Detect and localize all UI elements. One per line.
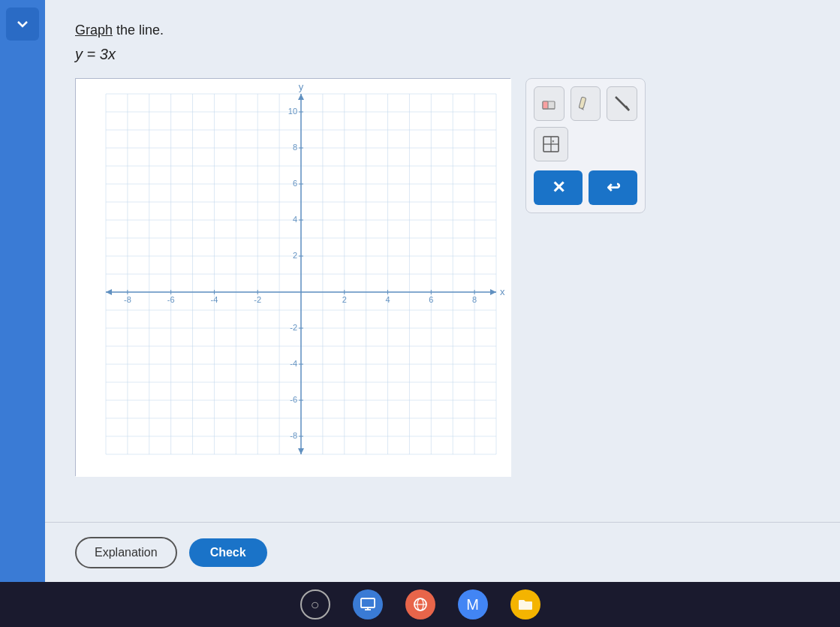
taskbar-monitor-icon[interactable] xyxy=(353,589,383,619)
instruction-verb: Graph xyxy=(75,23,113,38)
svg-text:×: × xyxy=(552,139,555,143)
graph-tools-row: × ✕ ↩ xyxy=(75,78,810,476)
equation-display: y = 3x xyxy=(75,46,810,63)
graph-container[interactable] xyxy=(75,78,510,476)
undo-button[interactable]: ↩ xyxy=(589,170,637,205)
left-sidebar xyxy=(0,0,45,582)
delete-button[interactable]: ✕ xyxy=(534,170,583,205)
tools-panel: × ✕ ↩ xyxy=(525,78,646,213)
sidebar-top-button[interactable] xyxy=(6,8,39,41)
eraser-tool-button[interactable] xyxy=(534,86,565,121)
tools-row-2: × xyxy=(534,127,637,161)
grid-tool-button[interactable]: × xyxy=(534,127,568,161)
taskbar-circle-icon[interactable]: ○ xyxy=(300,589,330,619)
undo-icon: ↩ xyxy=(607,178,620,197)
svg-rect-3 xyxy=(579,97,586,109)
bottom-bar: Explanation Check xyxy=(45,522,840,582)
explanation-button[interactable]: Explanation xyxy=(75,537,177,568)
action-buttons-row: ✕ ↩ xyxy=(534,170,637,205)
pencil-tool-button[interactable] xyxy=(571,86,601,121)
tools-row-1 xyxy=(534,86,637,121)
check-button[interactable]: Check xyxy=(189,538,267,567)
main-content: Graph the line. y = 3x xyxy=(45,0,840,582)
instruction-rest: the line. xyxy=(113,23,164,38)
taskbar-globe-icon[interactable] xyxy=(405,589,435,619)
instruction-text: Graph the line. xyxy=(75,23,810,38)
taskbar: ○ M xyxy=(0,582,840,627)
svg-rect-1 xyxy=(543,101,548,109)
taskbar-mail-icon[interactable]: M xyxy=(458,589,488,619)
svg-rect-12 xyxy=(361,598,375,607)
taskbar-folder-icon[interactable] xyxy=(510,589,540,619)
line-tool-button[interactable] xyxy=(607,86,637,121)
delete-icon: ✕ xyxy=(552,178,565,197)
